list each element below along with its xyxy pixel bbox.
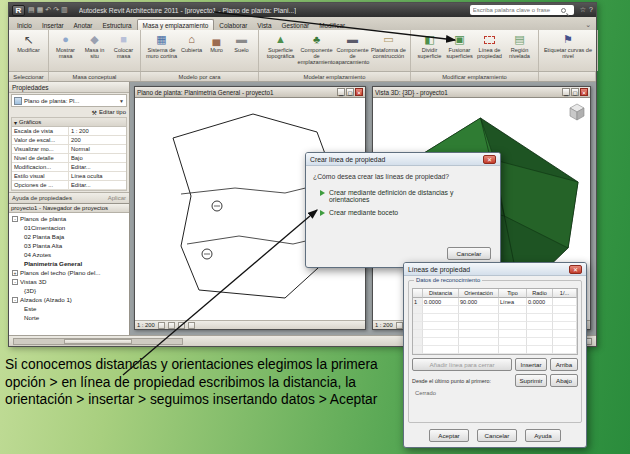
viewcube-icon[interactable] bbox=[567, 101, 587, 125]
graded-region-button[interactable]: ▤ Región nivelada bbox=[505, 31, 535, 59]
revit-logo-icon[interactable]: R bbox=[12, 5, 25, 16]
tab-colaborar[interactable]: Colaborar bbox=[214, 20, 252, 30]
print-icon[interactable]: ▥ bbox=[61, 6, 68, 14]
property-value[interactable]: Normal bbox=[69, 145, 126, 153]
table-empty-row[interactable] bbox=[413, 346, 577, 354]
close-icon[interactable]: ✕ bbox=[483, 155, 496, 164]
tree-item-03-planta-alta[interactable]: 03 Planta Alta bbox=[9, 241, 129, 250]
tree-collapse-icon[interactable]: - bbox=[12, 216, 18, 222]
tree-collapse-icon[interactable]: - bbox=[12, 297, 18, 303]
tree-item-alzados[interactable]: - Alzados (Alzado 1) bbox=[9, 295, 129, 304]
tree-collapse-icon[interactable]: - bbox=[12, 279, 18, 285]
table-empty-row[interactable] bbox=[413, 314, 577, 322]
cancel-button[interactable]: Cancelar bbox=[477, 429, 517, 442]
place-mass-button[interactable]: ■ Colocar masa bbox=[109, 31, 138, 59]
property-value[interactable]: 1 : 200 bbox=[69, 127, 126, 135]
panel-label-seleccionar[interactable]: Seleccionar bbox=[9, 72, 49, 81]
up-button[interactable]: Arriba bbox=[550, 358, 578, 371]
restore-icon[interactable]: ▢ bbox=[571, 88, 579, 96]
site-component-button[interactable]: ♣ Componente de emplazamiento bbox=[299, 31, 335, 65]
panel-label-modificar-emplazamiento[interactable]: Modificar emplazamiento bbox=[411, 72, 539, 81]
modify-button[interactable]: ↖ Modificar bbox=[11, 31, 47, 53]
tab-anotar[interactable]: Anotar bbox=[69, 20, 98, 30]
star-icon[interactable]: ☆ bbox=[580, 6, 586, 14]
property-value[interactable]: 200 bbox=[69, 136, 126, 144]
dialog-titlebar[interactable]: Líneas de propiedad ✕ bbox=[404, 263, 586, 276]
tab-estructura[interactable]: Estructura bbox=[97, 20, 136, 30]
tree-item-04-azotes[interactable]: 04 Azotes bbox=[9, 250, 129, 259]
tree-item-este[interactable]: Este bbox=[9, 304, 129, 313]
h-scrollbar[interactable] bbox=[13, 338, 183, 345]
panel-label-modelo-por-cara[interactable]: Modelo por cara bbox=[141, 72, 259, 81]
detail-level-icon[interactable] bbox=[396, 322, 403, 329]
property-value[interactable]: Línea oculta bbox=[69, 172, 126, 180]
plan-view-titlebar[interactable]: Plano de planta: Planimetría General - p… bbox=[135, 87, 365, 98]
view3d-titlebar[interactable]: Vista 3D: {3D} - proyecto1 ▁ ▢ ✕ bbox=[373, 87, 590, 98]
parking-component-button[interactable]: ▬ Componente de aparcamiento bbox=[335, 31, 371, 65]
panel-label-modelar-emplazamiento[interactable]: Modelar emplazamiento bbox=[259, 72, 411, 81]
edit-type-button[interactable]: Editar tipo bbox=[99, 109, 126, 115]
inplace-mass-button[interactable]: ◆ Masa in situ bbox=[80, 31, 109, 59]
tab-inicio[interactable]: Inicio bbox=[12, 20, 37, 30]
tree-item-vistas-3d[interactable]: - Vistas 3D bbox=[9, 277, 129, 286]
tree-item-02-planta-baja[interactable]: 02 Planta Baja bbox=[9, 232, 129, 241]
redo-icon[interactable]: ↷ bbox=[53, 6, 59, 14]
minimize-icon[interactable]: ▁ bbox=[562, 88, 570, 96]
tree-item-01cimentacion[interactable]: 01Cimentacion bbox=[9, 223, 129, 232]
ribbon-collapse-icon[interactable]: ⌄ bbox=[585, 21, 591, 29]
label-contours-button[interactable]: ⚑ Etiquetar curvas de nivel bbox=[540, 31, 596, 59]
save-icon[interactable]: ▦ bbox=[37, 6, 44, 14]
table-empty-row[interactable] bbox=[413, 322, 577, 330]
table-empty-row[interactable] bbox=[413, 338, 577, 346]
tree-item-planos-del-techo[interactable]: + Planos del techo (Plano del... bbox=[9, 268, 129, 277]
type-selector[interactable]: Plano de planta: Pl... ▼ bbox=[11, 94, 127, 107]
tree-item-planos-de-planta[interactable]: - Planos de planta bbox=[9, 214, 129, 223]
tree-item-3d[interactable]: {3D} bbox=[9, 286, 129, 295]
cancel-button[interactable]: Cancelar bbox=[447, 247, 491, 260]
view-scale-label[interactable]: 1 : 200 bbox=[375, 322, 393, 328]
help-icon[interactable]: ? bbox=[589, 6, 593, 14]
tab-vista[interactable]: Vista bbox=[252, 20, 276, 30]
option-create-by-sketch[interactable]: Crear mediante boceto bbox=[320, 209, 486, 216]
chevron-down-icon[interactable]: ▼ bbox=[119, 98, 124, 104]
sun-path-icon[interactable] bbox=[178, 322, 185, 329]
tab-gestionar[interactable]: Gestionar bbox=[276, 20, 314, 30]
wall-button[interactable]: ▄ Muro bbox=[205, 31, 229, 53]
roof-button[interactable]: ⌂ Cubierta bbox=[179, 31, 205, 53]
table-empty-row[interactable] bbox=[413, 330, 577, 338]
close-icon[interactable]: ✕ bbox=[580, 88, 588, 96]
open-icon[interactable]: ▤ bbox=[28, 6, 35, 14]
view-scale-label[interactable]: 1 : 200 bbox=[137, 322, 155, 328]
split-surface-button[interactable]: ◧ Dividir superficie bbox=[415, 31, 445, 59]
floor-button[interactable]: ▬ Suelo bbox=[229, 31, 255, 53]
insert-button[interactable]: Insertar bbox=[515, 358, 547, 371]
dialog-titlebar[interactable]: Crear línea de propiedad ✕ bbox=[306, 153, 500, 166]
table-row[interactable]: 1 0.0000 90.000 Línea 0.0000 bbox=[413, 298, 577, 306]
down-button[interactable]: Abajo bbox=[550, 374, 578, 387]
properties-section-graficos[interactable]: ▾ Gráficos bbox=[12, 118, 126, 127]
tab-insertar[interactable]: Insertar bbox=[37, 20, 69, 30]
property-line-button[interactable]: Línea de propiedad bbox=[475, 31, 505, 59]
add-line-to-close-button[interactable]: Añadir línea para cerrar bbox=[412, 358, 512, 371]
curtain-system-button[interactable]: ▦ Sistema de muro cortina bbox=[145, 31, 179, 59]
apply-button[interactable]: Aplicar bbox=[108, 195, 126, 201]
close-icon[interactable]: ✕ bbox=[569, 265, 582, 274]
building-pad-button[interactable]: ▭ Plataforma de construcción bbox=[371, 31, 407, 59]
shadows-icon[interactable] bbox=[188, 322, 195, 329]
minimize-icon[interactable]: ▁ bbox=[337, 88, 345, 96]
tree-expand-icon[interactable]: + bbox=[12, 270, 18, 276]
property-lines-table[interactable]: Distancia Orientación Tipo Radio 1/... 1… bbox=[412, 288, 578, 355]
property-value[interactable]: Editar... bbox=[69, 181, 126, 189]
property-value[interactable]: Editar... bbox=[69, 163, 126, 171]
search-icon[interactable] bbox=[561, 8, 566, 13]
tree-item-norte[interactable]: Norte bbox=[9, 313, 129, 322]
property-value[interactable]: Bajo bbox=[69, 154, 126, 162]
tree-item-planimetria-general[interactable]: Planimetría General bbox=[9, 259, 129, 268]
search-input[interactable] bbox=[473, 7, 559, 13]
ok-button[interactable]: Aceptar bbox=[429, 429, 469, 442]
panel-label-masa-conceptual[interactable]: Masa conceptual bbox=[49, 72, 141, 81]
restore-icon[interactable]: ▢ bbox=[346, 88, 354, 96]
close-icon[interactable]: ✕ bbox=[355, 88, 363, 96]
delete-button[interactable]: Suprimir bbox=[515, 374, 547, 387]
detail-level-icon[interactable] bbox=[158, 322, 165, 329]
